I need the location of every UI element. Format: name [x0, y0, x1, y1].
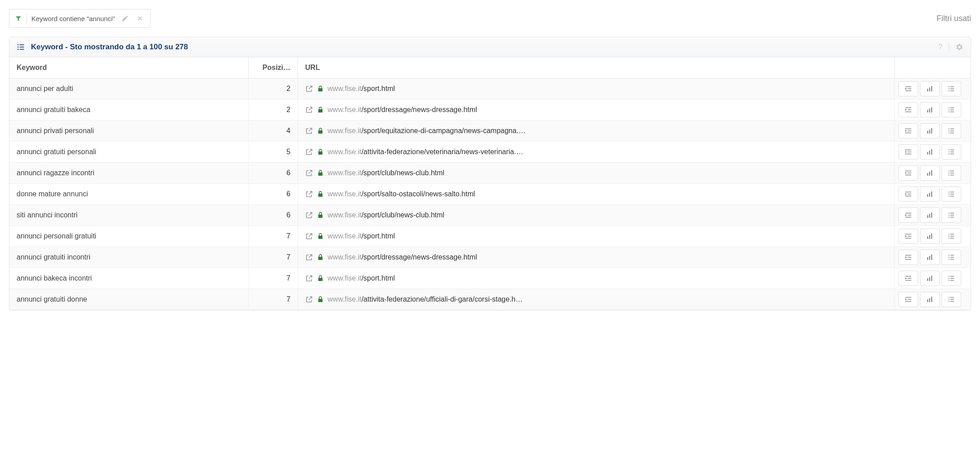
keyword-cell[interactable]: annunci gratuiti donne: [9, 289, 249, 310]
svg-rect-93: [927, 236, 928, 239]
edit-filter-icon[interactable]: [120, 15, 130, 22]
action-chart-icon[interactable]: [920, 81, 940, 96]
svg-rect-10: [929, 87, 930, 91]
divider: [26, 13, 27, 24]
action-chart-icon[interactable]: [920, 229, 940, 244]
svg-rect-121: [950, 276, 954, 277]
divider: [949, 43, 949, 51]
action-indent-icon[interactable]: [898, 208, 918, 223]
action-indent-icon[interactable]: [898, 229, 918, 244]
action-list-icon[interactable]: [941, 144, 961, 160]
action-chart-icon[interactable]: [920, 271, 940, 286]
keyword-cell[interactable]: annunci personali gratuiti: [9, 226, 249, 247]
keyword-cell[interactable]: annunci gratuiti bakeca: [9, 99, 249, 121]
action-list-icon[interactable]: [941, 186, 961, 202]
column-header-url[interactable]: URL: [298, 57, 894, 78]
svg-rect-45: [927, 152, 928, 155]
action-chart-icon[interactable]: [920, 292, 940, 307]
external-link-icon[interactable]: [305, 190, 313, 198]
action-indent-icon[interactable]: [898, 165, 918, 181]
action-indent-icon[interactable]: [898, 292, 918, 307]
external-link-icon[interactable]: [305, 85, 313, 93]
action-list-icon[interactable]: [941, 292, 961, 307]
keyword-cell[interactable]: annunci bakeca incontri: [9, 268, 249, 289]
keyword-cell[interactable]: donne mature annunci: [9, 184, 249, 205]
keyword-cell[interactable]: annunci gratuiti personali: [9, 142, 249, 163]
action-chart-icon[interactable]: [920, 102, 940, 117]
external-link-icon[interactable]: [305, 211, 313, 219]
svg-rect-117: [927, 278, 928, 281]
svg-point-12: [948, 86, 949, 87]
action-indent-icon[interactable]: [898, 186, 918, 202]
url-cell[interactable]: www.fise.it/sport/dressage/news-dressage…: [298, 247, 894, 268]
url-cell[interactable]: www.fise.it/sport.html: [298, 268, 894, 289]
keyword-cell[interactable]: siti annunci incontri: [9, 205, 249, 226]
external-link-icon[interactable]: [305, 295, 313, 303]
svg-rect-53: [950, 154, 954, 155]
svg-point-4: [17, 49, 19, 50]
table-row: annunci gratuiti bakeca 2 www.fise.it/sp…: [9, 99, 971, 121]
column-header-keyword[interactable]: Keyword: [9, 57, 249, 78]
help-icon[interactable]: ?: [938, 43, 942, 51]
action-indent-icon[interactable]: [898, 144, 918, 160]
url-cell[interactable]: www.fise.it/sport/dressage/news-dressage…: [298, 99, 894, 121]
action-list-icon[interactable]: [941, 229, 961, 244]
url-cell[interactable]: www.fise.it/sport.html: [298, 226, 894, 247]
action-indent-icon[interactable]: [898, 81, 918, 96]
external-link-icon[interactable]: [305, 148, 313, 156]
action-list-icon[interactable]: [941, 81, 961, 96]
filters-used-link[interactable]: Filtri usati: [937, 14, 971, 23]
position-value: 6: [286, 211, 290, 219]
keyword-cell[interactable]: annunci per adulti: [9, 78, 249, 99]
url-cell[interactable]: www.fise.it/sport/club/news-club.html: [298, 163, 894, 184]
settings-icon[interactable]: [955, 43, 963, 51]
action-indent-icon[interactable]: [898, 250, 918, 265]
action-list-icon[interactable]: [941, 123, 961, 138]
position-cell: 7: [249, 226, 298, 247]
url-cell[interactable]: www.fise.it/sport/salto-ostacoli/news-sa…: [298, 184, 894, 205]
url-cell[interactable]: www.fise.it/sport/equitazione-di-campagn…: [298, 121, 894, 142]
action-indent-icon[interactable]: [898, 271, 918, 286]
url-cell[interactable]: www.fise.it/attivita-federazione/ufficia…: [298, 289, 894, 310]
action-chart-icon[interactable]: [920, 208, 940, 223]
column-header-position[interactable]: Posizi…: [249, 57, 298, 78]
action-chart-icon[interactable]: [920, 144, 940, 160]
filter-chip: Keyword contiene "annunci": [9, 9, 151, 28]
svg-point-84: [948, 212, 949, 213]
url-text: www.fise.it/sport/dressage/news-dressage…: [328, 253, 477, 261]
action-list-icon[interactable]: [941, 208, 961, 223]
keyword-cell[interactable]: annunci gratuiti incontri: [9, 247, 249, 268]
action-indent-icon[interactable]: [898, 102, 918, 117]
external-link-icon[interactable]: [305, 253, 313, 261]
keyword-cell[interactable]: annunci ragazze incontri: [9, 163, 249, 184]
url-cell[interactable]: www.fise.it/sport/club/news-club.html: [298, 205, 894, 226]
action-list-icon[interactable]: [941, 271, 961, 286]
external-link-icon[interactable]: [305, 232, 313, 240]
close-filter-icon[interactable]: [135, 15, 145, 22]
action-chart-icon[interactable]: [920, 250, 940, 265]
svg-rect-9: [927, 89, 928, 91]
svg-rect-5: [20, 49, 24, 50]
position-value: 4: [286, 127, 290, 134]
action-indent-icon[interactable]: [898, 123, 918, 138]
svg-rect-90: [905, 234, 911, 235]
url-cell[interactable]: www.fise.it/attivita-federazione/veterin…: [298, 142, 894, 163]
action-list-icon[interactable]: [941, 165, 961, 181]
external-link-icon[interactable]: [305, 169, 313, 177]
action-chart-icon[interactable]: [920, 186, 940, 202]
svg-rect-34: [929, 130, 930, 134]
keyword-cell[interactable]: annunci privati personali: [9, 121, 249, 142]
external-link-icon[interactable]: [305, 274, 313, 282]
svg-point-86: [948, 215, 949, 216]
action-chart-icon[interactable]: [920, 165, 940, 181]
svg-point-74: [948, 194, 949, 195]
position-cell: 7: [249, 247, 298, 268]
position-cell: 2: [249, 78, 298, 99]
svg-rect-37: [950, 129, 954, 130]
url-cell[interactable]: www.fise.it/sport.html: [298, 78, 894, 99]
action-chart-icon[interactable]: [920, 123, 940, 138]
action-list-icon[interactable]: [941, 250, 961, 265]
external-link-icon[interactable]: [305, 106, 313, 114]
external-link-icon[interactable]: [305, 127, 313, 135]
action-list-icon[interactable]: [941, 102, 961, 117]
